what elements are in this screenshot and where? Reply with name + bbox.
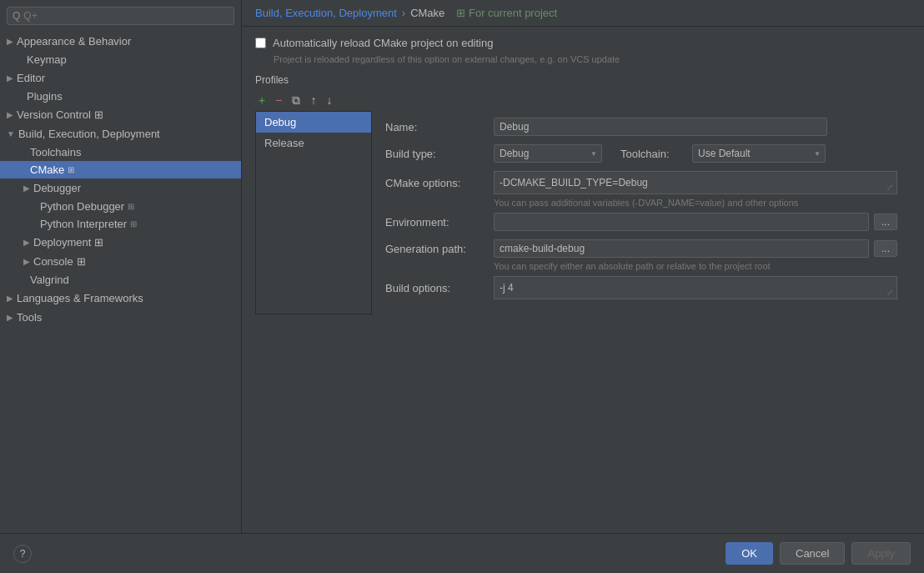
sidebar-item-label: CMake [30, 163, 64, 176]
apply-button[interactable]: Apply [851, 542, 911, 565]
environment-input[interactable] [494, 213, 869, 231]
cancel-button[interactable]: Cancel [780, 542, 845, 565]
search-input[interactable] [23, 10, 228, 22]
sidebar-item-label: Python Debugger [40, 200, 124, 213]
sidebar-item-build-execution[interactable]: ▼ Build, Execution, Deployment [0, 124, 241, 143]
generation-path-label: Generation path: [385, 243, 494, 255]
footer-right: OK Cancel Apply [726, 542, 911, 565]
sidebar-item-label: Debugger [33, 182, 81, 194]
sidebar-item-editor[interactable]: ▶ Editor [0, 68, 241, 88]
main-content: Build, Execution, Deployment › CMake ⊞ F… [242, 0, 924, 533]
environment-row: Environment: ... [385, 213, 897, 231]
sidebar-item-valgrind[interactable]: Valgrind [0, 271, 241, 289]
dialog-footer: ? OK Cancel Apply [0, 533, 924, 573]
sidebar-item-python-debugger[interactable]: Python Debugger ⊞ [0, 198, 241, 215]
sidebar-item-label: Build, Execution, Deployment [18, 128, 160, 140]
sidebar-item-label: Console [33, 255, 73, 268]
breadcrumb-current: CMake [410, 7, 444, 19]
profiles-list: Debug Release [255, 111, 372, 314]
sidebar-item-deployment[interactable]: ▶ Deployment ⊞ [0, 233, 241, 252]
environment-field: ... [494, 213, 897, 231]
sidebar-item-plugins[interactable]: Plugins [0, 88, 241, 105]
add-profile-button[interactable]: + [255, 93, 269, 108]
arrow-icon: ▶ [7, 313, 13, 322]
build-options-field: -j 4 ⤢ [494, 276, 897, 299]
breadcrumb-parent[interactable]: Build, Execution, Deployment [255, 7, 397, 19]
move-up-button[interactable]: ↑ [307, 93, 319, 108]
sidebar-item-debugger[interactable]: ▶ Debugger [0, 178, 241, 198]
sidebar-item-appearance[interactable]: ▶ Appearance & Behavior [0, 32, 241, 51]
sidebar-item-keymap[interactable]: Keymap [0, 51, 241, 68]
sidebar-item-toolchains[interactable]: Toolchains [0, 143, 241, 161]
sidebar-item-label: Plugins [27, 90, 63, 103]
search-bar[interactable]: Q [7, 7, 234, 25]
content-area: Automatically reload CMake project on ed… [242, 27, 924, 533]
sidebar-item-console[interactable]: ▶ Console ⊞ [0, 252, 241, 271]
breadcrumb: Build, Execution, Deployment › CMake ⊞ F… [242, 0, 924, 27]
build-type-select[interactable]: Debug Release RelWithDebInfo MinSizeRel [494, 144, 602, 163]
sidebar-item-tools[interactable]: ▶ Tools [0, 308, 241, 327]
for-current-project-badge[interactable]: ⊞ For current project [456, 7, 557, 19]
build-options-label: Build options: [385, 282, 494, 294]
build-options-row: Build options: -j 4 ⤢ [385, 276, 897, 299]
profile-item-debug[interactable]: Debug [256, 112, 371, 133]
sidebar-item-languages[interactable]: ▶ Languages & Frameworks [0, 289, 241, 308]
build-options-input[interactable]: -j 4 ⤢ [494, 276, 897, 299]
toolchain-select[interactable]: Use Default [692, 144, 826, 163]
generation-path-browse-button[interactable]: ... [874, 240, 897, 257]
sidebar-item-label: Valgrind [30, 274, 69, 286]
cmake-options-input[interactable]: -DCMAKE_BUILD_TYPE=Debug ⤢ [494, 171, 897, 194]
sidebar-item-python-interpreter[interactable]: Python Interpreter ⊞ [0, 215, 241, 233]
auto-reload-checkbox[interactable] [255, 38, 266, 48]
profile-item-release[interactable]: Release [256, 133, 371, 153]
environment-label: Environment: [385, 216, 494, 229]
arrow-icon: ▶ [23, 183, 30, 193]
sidebar: Q ▶ Appearance & Behavior Keymap ▶ Edito… [0, 0, 242, 533]
sidebar-item-label: Version Control [17, 108, 91, 121]
copy-profile-button[interactable]: ⧉ [289, 93, 304, 108]
sidebar-item-label: Toolchains [30, 146, 81, 158]
link-icon: ⊞ [130, 219, 137, 229]
arrow-icon: ▶ [7, 37, 13, 46]
build-type-label: Build type: [385, 148, 494, 160]
link-icon: ⊞ [68, 165, 74, 174]
footer-left: ? [13, 545, 32, 563]
link-icon: ⊞ [128, 202, 134, 211]
build-type-select-wrapper: Debug Release RelWithDebInfo MinSizeRel [494, 144, 602, 163]
expand-icon: ⤢ [886, 183, 893, 192]
sidebar-item-label: Deployment [33, 236, 91, 249]
name-label: Name: [385, 121, 494, 133]
sidebar-item-label: Keymap [27, 53, 67, 66]
name-input[interactable] [494, 118, 827, 136]
generation-path-field: ... [494, 239, 897, 258]
build-options-value: -j 4 [500, 282, 514, 294]
generation-path-input[interactable] [494, 239, 869, 258]
link-icon: ⊞ [94, 108, 103, 121]
remove-profile-button[interactable]: − [272, 93, 285, 108]
cmake-options-field-wrapper: -DCMAKE_BUILD_TYPE=Debug ⤢ [494, 171, 897, 194]
auto-reload-hint: Project is reloaded regardless of this o… [274, 54, 911, 64]
name-row: Name: [385, 118, 897, 136]
profiles-section-body: Debug Release Name: [255, 111, 911, 314]
arrow-icon: ▼ [7, 129, 15, 138]
generation-path-row: Generation path: ... [385, 239, 897, 258]
expand-icon: ⤢ [886, 288, 893, 297]
cmake-options-label: CMake options: [385, 177, 494, 189]
sidebar-item-label: Tools [17, 311, 42, 324]
help-button[interactable]: ? [13, 545, 32, 563]
sidebar-item-cmake[interactable]: CMake ⊞ [0, 161, 241, 178]
toolchain-label: Toolchain: [620, 148, 687, 160]
cmake-options-row: CMake options: -DCMAKE_BUILD_TYPE=Debug … [385, 171, 897, 194]
ok-button[interactable]: OK [726, 542, 773, 565]
sidebar-item-version-control[interactable]: ▶ Version Control ⊞ [0, 105, 241, 124]
arrow-icon: ▶ [23, 257, 30, 266]
sidebar-item-label: Appearance & Behavior [17, 35, 131, 48]
profiles-label: Profiles [255, 74, 911, 86]
toolchain-select-wrapper: Use Default [692, 144, 826, 163]
link-icon: ⊞ [94, 236, 103, 249]
profile-item-label: Release [264, 137, 304, 149]
sidebar-item-label: Editor [17, 72, 45, 84]
sidebar-item-label: Python Interpreter [40, 218, 127, 230]
environment-browse-button[interactable]: ... [874, 214, 897, 230]
move-down-button[interactable]: ↓ [323, 93, 335, 108]
